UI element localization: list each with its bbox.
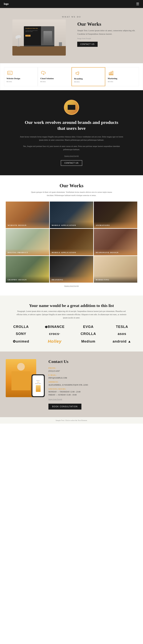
clients-title: Your name would be a great addition to t… [6, 303, 137, 308]
service-website[interactable]: Website Design MORE [4, 67, 38, 86]
what-we-do-label: WHAT WE DO [62, 16, 81, 18]
person-body [12, 371, 31, 390]
contact-address-value: ALEXANDRIA, 32 WASHINGTQON STR. 22303 [48, 384, 88, 386]
about-image-inner [65, 101, 78, 114]
svg-rect-9 [112, 71, 113, 74]
contact-title: Contact Us [48, 359, 137, 364]
contact-phone-value: (555)123-4567 [48, 370, 60, 372]
contact-hours-label: OPENING HOURS: [48, 388, 137, 390]
footer: Sample Text. Click to select the Text El… [0, 417, 143, 424]
portfolio-label-3: ANIMATIONS [96, 224, 110, 226]
logo: logo [4, 2, 9, 6]
service-website-more[interactable]: MORE [7, 81, 12, 82]
client-logo-6: crocs· [49, 332, 60, 336]
phone-text-1: We are a [36, 380, 40, 382]
megaphone-icon [74, 70, 81, 76]
portfolio-item-9[interactable]: MARKETING [94, 256, 137, 282]
service-cloud[interactable]: Cloud Solution MORE [38, 67, 72, 86]
clients-description: Paragraph. Lorem ipsum dolor sit amet, c… [14, 310, 129, 319]
service-website-name: Website Design [7, 77, 20, 80]
svg-rect-8 [111, 72, 111, 74]
about-section: Our work revolves around brands and prod… [0, 90, 143, 175]
client-logo-5: SONY [16, 332, 26, 336]
svg-line-1 [9, 73, 10, 74]
code-icon [7, 70, 13, 76]
portfolio-item-6[interactable]: RESPONSIVE DESIGN [94, 229, 137, 256]
portfolio-item-2[interactable]: MOBILE APPLICATION [50, 202, 93, 228]
person-head [17, 363, 25, 370]
svg-rect-7 [109, 73, 110, 74]
cloud-icon [40, 70, 47, 76]
service-marketing-more[interactable]: MORE [108, 81, 113, 82]
laptop-mockup: Dreadlocks & Weave Spa Lorem ipsum dolor… [24, 26, 54, 46]
service-marketing[interactable]: Marketing MORE [105, 67, 139, 86]
portfolio-label-1: WEBSITE DESIGN [8, 224, 27, 226]
service-branding-more[interactable]: MORE [74, 81, 80, 83]
client-logo-10: Holley [48, 339, 62, 344]
about-title: Our work revolves around brands and prod… [24, 120, 119, 131]
hero-image-container: Dreadlocks & Weave Spa Lorem ipsum dolor… [7, 20, 72, 56]
contact-image-credit: Image from Freepik [48, 398, 137, 400]
about-image-credit: Images from Freepik [64, 155, 79, 157]
clients-section: Your name would be a great addition to t… [0, 296, 143, 352]
hero-section: WHAT WE DO Dreadlocks & Wea [0, 8, 143, 63]
client-logo-12: android ▲ [113, 340, 131, 344]
services-section: Website Design MORE Cloud Solution MORE … [0, 63, 143, 90]
contact-phone-row: PHONE: (555)123-4567 [48, 367, 137, 372]
works-title: Our Works [6, 183, 137, 188]
laptop-desc: Lorem ipsum dolor sit amet consectetur a… [25, 30, 40, 32]
portfolio-item-4[interactable]: DIGITAL PRODUCT [6, 229, 49, 256]
laptop-cta: Learn More [25, 35, 31, 36]
contact-email-label: E-MAIL: [48, 374, 137, 376]
phone-mockup: We are a Web Design Agency [32, 374, 45, 397]
contact-section: We are a Web Design Agency Contact Us PH… [0, 352, 143, 417]
portfolio-item-3[interactable]: ANIMATIONS [94, 202, 137, 228]
works-section: Our Works Quam quisque id diam vel quam … [0, 175, 143, 296]
phone-person [36, 385, 41, 392]
portfolio-item-8[interactable]: BRANDING [50, 256, 93, 282]
hero-content-row: Dreadlocks & Weave Spa Lorem ipsum dolor… [7, 20, 136, 56]
portfolio-label-4: DIGITAL PRODUCT [8, 252, 28, 254]
hero-contact-button[interactable]: CONTACT US [77, 42, 97, 47]
service-branding[interactable]: Branding MORE [72, 67, 105, 86]
hero-title: Our Works [77, 21, 136, 27]
clients-logo-grid: CROLLA ◆BINANCE EVGA TESLA SONY crocs· C… [6, 325, 137, 344]
contact-address-label: ADDRESS: [48, 380, 137, 383]
portfolio-item-7[interactable]: GRAPHIC DESIGN [6, 256, 49, 282]
contact-visual: We are a Web Design Agency [6, 359, 42, 399]
lamp [16, 35, 21, 46]
service-cloud-more[interactable]: MORE [40, 81, 46, 82]
mug [59, 42, 62, 46]
contact-info-area: Contact Us PHONE: (555)123-4567 E-MAIL: … [48, 359, 137, 410]
client-logo-8: asos [118, 332, 126, 336]
hero-text-area: Our Works Simple Text. Lorem ipsum dolor… [77, 20, 136, 47]
phone-text-2: Web [37, 382, 40, 383]
footer-text: Sample Text. Click to select the Text El… [56, 420, 87, 421]
menu-icon[interactable]: ☰ [136, 2, 139, 6]
contact-image-area: We are a Web Design Agency [6, 359, 44, 399]
navigation: logo ☰ [0, 0, 143, 8]
client-logo-2: ◆BINANCE [45, 325, 65, 329]
client-logo-11: Medium [81, 340, 95, 344]
portfolio-label-9: MARKETING [96, 279, 109, 281]
phone-screen: We are a Web Design Agency [32, 375, 44, 396]
contact-hours-1: MONDAY — THURSDAY 12:00 - 23:00 [48, 391, 80, 393]
portfolio-label-7: GRAPHIC DESIGN [8, 279, 27, 281]
svg-marker-2 [76, 72, 78, 75]
portfolio-item-1[interactable]: WEBSITE DESIGN [6, 202, 49, 228]
desk-scene: Dreadlocks & Weave Spa Lorem ipsum dolor… [12, 20, 66, 56]
service-branding-name: Branding [74, 78, 83, 80]
client-logo-4: TESLA [116, 325, 128, 329]
service-marketing-name: Marketing [108, 77, 117, 80]
portfolio-label-5: MOBILE APPLICATION [52, 252, 76, 254]
contact-email-value: INFO@SAMPLE.COM [48, 377, 67, 379]
portfolio-item-5[interactable]: MOBILE APPLICATION [50, 229, 93, 256]
phone-text-3: Design Agency [35, 383, 41, 384]
about-contact-button[interactable]: CONTACT US [61, 160, 82, 166]
portfolio-label-8: BRANDING [52, 279, 63, 281]
about-image-circle [64, 100, 79, 115]
book-consultation-button[interactable]: BOOK CONSULTATION [48, 404, 81, 410]
client-logo-9: ✿unimed [13, 339, 29, 344]
client-logo-1: CROLLA [13, 325, 29, 329]
portfolio-image-credit: Images from Freepik [6, 285, 137, 287]
